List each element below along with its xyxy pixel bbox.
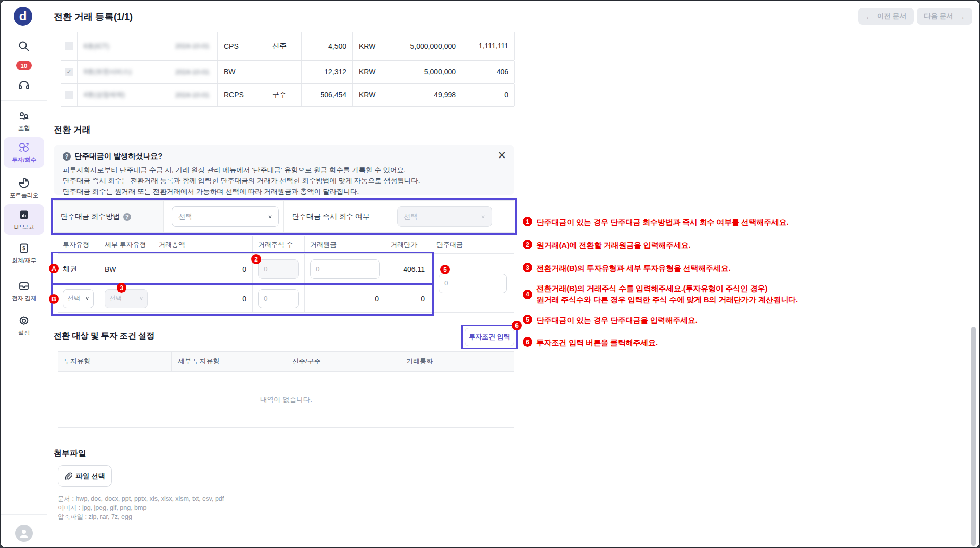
select-value: 선택 bbox=[178, 212, 192, 221]
report-document-icon bbox=[18, 209, 30, 220]
shares-input[interactable]: 0 bbox=[258, 289, 299, 308]
notification-badge[interactable]: 10 bbox=[16, 61, 32, 70]
fraction-amount-input[interactable]: 0 bbox=[439, 274, 507, 293]
right-arrow-icon: → bbox=[958, 12, 965, 21]
sidebar-item-label: 전자 결제 bbox=[12, 295, 36, 302]
amount-cell: 5,000,000 bbox=[383, 61, 462, 83]
info-line: 피투자회사로부터 단주대금 수금 시, 거래 원장 관리 메뉴에서 '단주대금'… bbox=[63, 165, 505, 175]
pie-chart-icon bbox=[18, 177, 30, 189]
currency-cell: KRW bbox=[353, 84, 383, 106]
conversion-subtype-select[interactable]: 선택 ∨ bbox=[105, 289, 148, 308]
fraction-amount-cell: 0 bbox=[431, 254, 514, 313]
table-row[interactable]: 6호(ICT) 2024-10-01 CPS 신주 4,500 KRW 5,00… bbox=[61, 32, 514, 61]
table-row[interactable]: ✓ 9호(유한서비스) 2024-10-01 BW 12,312 KRW 5,0… bbox=[61, 61, 514, 84]
sidebar-item-label: 설정 bbox=[18, 329, 30, 337]
row-checkbox-checked[interactable]: ✓ bbox=[65, 68, 73, 76]
col-header: 투자유형 bbox=[58, 236, 99, 253]
gear-icon bbox=[18, 315, 30, 326]
fund-name-redacted: 6호(ICT) bbox=[84, 42, 109, 51]
annotation-text: 원거래(A)에 전환할 거래원금을 입력해주세요. bbox=[536, 240, 691, 251]
col-header: 투자유형 bbox=[58, 352, 172, 371]
section-title-attachments: 첨부파일 bbox=[54, 448, 86, 459]
app-logo[interactable]: d bbox=[14, 7, 32, 26]
sidebar-item-settings[interactable]: 설정 bbox=[4, 310, 44, 341]
row-checkbox[interactable] bbox=[65, 91, 73, 99]
row-checkbox[interactable] bbox=[65, 42, 73, 50]
col-header: 세부 투자유형 bbox=[172, 352, 286, 371]
quantity-cell: 12,312 bbox=[302, 61, 353, 83]
sidebar-item-invest[interactable]: 투자/회수 bbox=[4, 137, 44, 168]
currency-cell: KRW bbox=[353, 61, 383, 83]
col-header: 거래단가 bbox=[385, 236, 431, 253]
sidebar-item-label: 조합 bbox=[18, 124, 30, 132]
vertical-scrollbar[interactable] bbox=[971, 327, 976, 546]
headset-icon[interactable] bbox=[1, 79, 47, 91]
principal-cell: 0 bbox=[305, 284, 385, 312]
col-header: 거래총액 bbox=[153, 236, 253, 253]
total-amount-cell: 0 bbox=[153, 284, 253, 312]
principal-input[interactable]: 0 bbox=[310, 259, 380, 279]
annotation-text: 투자조건 입력 버튼을 클릭해주세요. bbox=[536, 337, 658, 348]
sidebar-item-label: 포트폴리오 bbox=[10, 192, 38, 199]
unit-price-cell: 1,111,111 bbox=[462, 32, 515, 60]
app-window: 10 조합 투자/회수 포트폴리오 LP 보고 bbox=[0, 0, 980, 548]
date-redacted: 2024-10-01 bbox=[175, 91, 210, 99]
envelope-icon bbox=[18, 280, 30, 292]
fraction-info-box: ? 단주대금이 발생하셨나요? ✕ 피투자회사로부터 단주대금 수금 시, 거래… bbox=[54, 145, 514, 195]
unit-price-cell: 0 bbox=[385, 284, 431, 312]
original-transactions-table: 6호(ICT) 2024-10-01 CPS 신주 4,500 KRW 5,00… bbox=[61, 32, 514, 107]
file-types-archives: 압축파일 : zip, rar, 7z, egg bbox=[58, 512, 224, 521]
file-types-images: 이미지 : jpg, jpeg, gif, png, bmp bbox=[58, 503, 224, 512]
unit-price-cell: 406.11 bbox=[385, 254, 431, 284]
prev-document-button[interactable]: ← 이전 문서 bbox=[858, 8, 914, 25]
immediate-recovery-select[interactable]: 선택 ∨ bbox=[397, 206, 492, 227]
total-amount-cell: 0 bbox=[153, 254, 253, 284]
sidebar-item-union[interactable]: 조합 bbox=[4, 106, 44, 136]
fraction-recovery-row: 단주대금 회수방법 ? 선택 ∨ 단주대금 즉시 회수 여부 선택 ∨ bbox=[54, 200, 514, 233]
col-header: 세부 투자유형 bbox=[99, 236, 153, 253]
sidebar-item-lp-report[interactable]: LP 보고 bbox=[4, 204, 44, 235]
annotation-text: 단주대금이 있는 경우 단주대금을 입력해주세요. bbox=[536, 315, 698, 326]
new-old-cell: 구주 bbox=[266, 84, 302, 106]
col-header: 거래통화 bbox=[400, 352, 514, 371]
immediate-recovery-label: 단주대금 즉시 회수 여부 bbox=[284, 201, 397, 232]
investment-type-cell: BW bbox=[218, 61, 266, 83]
annotation-item-1: 1 단주대금이 있는 경우 단주대금 회수방법과 즉시 회수 여부를 선택해주세… bbox=[523, 217, 808, 228]
chevron-down-icon: ∨ bbox=[481, 214, 485, 219]
close-icon[interactable]: ✕ bbox=[497, 150, 506, 161]
sidebar-item-accounting[interactable]: $ 회계/재무 bbox=[4, 238, 44, 269]
annotation-item-4: 4 전환거래(B)의 거래주식 수를 입력해주세요.(투자유형이 주식인 경우)… bbox=[523, 283, 849, 305]
sidebar-item-portfolio[interactable]: 포트폴리오 bbox=[4, 173, 44, 203]
form-table-header: 투자유형 세부 투자유형 거래총액 거래주식 수 거래원금 거래단가 단주대금 bbox=[58, 236, 514, 254]
investment-type-cell: CPS bbox=[218, 32, 266, 60]
marker-badge-5: 5 bbox=[440, 265, 450, 274]
quantity-cell: 506,454 bbox=[302, 84, 353, 106]
invest-condition-button[interactable]: 투자조건 입력 bbox=[465, 328, 514, 346]
user-avatar[interactable] bbox=[15, 525, 33, 542]
annotation-number: 5 bbox=[523, 315, 532, 324]
next-document-button[interactable]: 다음 문서 → bbox=[917, 8, 972, 25]
sidebar-item-label: 투자/회수 bbox=[12, 156, 36, 164]
left-arrow-icon: ← bbox=[865, 12, 873, 21]
file-select-label: 파일 선택 bbox=[76, 472, 106, 481]
sidebar-item-epayment[interactable]: 전자 결제 bbox=[4, 276, 44, 306]
page-title: 전환 거래 등록(1/1) bbox=[54, 11, 133, 23]
annotation-text: 전환거래(B)의 투자유형과 세부 투자유형을 선택해주세요. bbox=[536, 263, 730, 274]
annotation-item-2: 2 원거래(A)에 전환할 거래원금을 입력해주세요. bbox=[523, 240, 808, 251]
annotation-number: 4 bbox=[523, 290, 532, 299]
shares-input-disabled[interactable]: 0 bbox=[258, 259, 299, 279]
date-redacted: 2024-10-01 bbox=[175, 42, 210, 50]
annotation-text: 전환거래(B)의 거래주식 수를 입력해주세요.(투자유형이 주식인 경우) bbox=[536, 284, 767, 293]
sidebar-divider bbox=[1, 100, 47, 101]
file-select-button[interactable]: 파일 선택 bbox=[58, 465, 112, 487]
recovery-method-select[interactable]: 선택 ∨ bbox=[172, 206, 279, 227]
conversion-type-select[interactable]: 선택 ∨ bbox=[63, 289, 94, 308]
date-redacted: 2024-10-01 bbox=[175, 68, 210, 76]
annotation-number: 6 bbox=[523, 337, 532, 347]
search-icon[interactable] bbox=[1, 40, 47, 53]
quantity-cell: 4,500 bbox=[302, 32, 353, 60]
subtype-cell: BW bbox=[99, 254, 153, 284]
table-row[interactable]: 4호(성장새싹) 2024-10-01 RCPS 구주 506,454 KRW … bbox=[61, 84, 514, 107]
fund-name-redacted: 4호(성장새싹) bbox=[84, 90, 125, 99]
marker-badge-3: 3 bbox=[117, 283, 126, 293]
